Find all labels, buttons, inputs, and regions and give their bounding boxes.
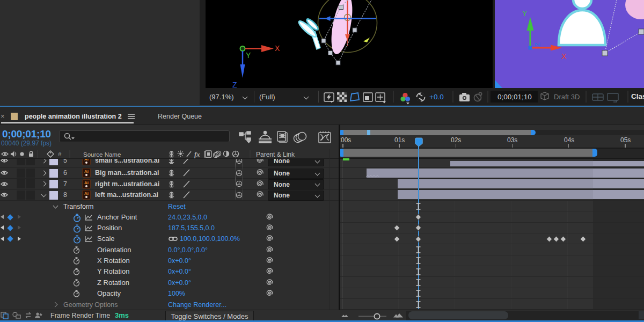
svg-text:Y: Y: [246, 51, 251, 60]
svg-text:Z: Z: [232, 80, 237, 88]
svg-text:Z: Z: [533, 42, 541, 47]
svg-text:X: X: [561, 52, 567, 61]
svg-text:#: #: [58, 151, 62, 157]
svg-text:X: X: [275, 44, 280, 53]
svg-text:Y: Y: [522, 9, 528, 18]
svg-text:fx: fx: [194, 151, 200, 158]
